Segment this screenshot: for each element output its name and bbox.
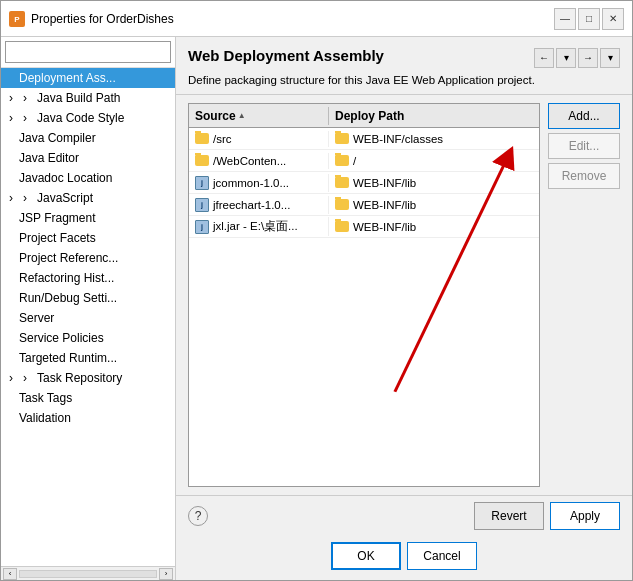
sidebar-item-3[interactable]: Java Compiler (1, 128, 175, 148)
scroll-track[interactable] (19, 570, 157, 578)
title-bar: P Properties for OrderDishes — □ ✕ (1, 1, 632, 37)
table-row[interactable]: /WebConten.../ (189, 150, 539, 172)
sidebar-item-13[interactable]: Service Policies (1, 328, 175, 348)
deploy-folder-icon (335, 177, 349, 188)
sidebar-item-label-6: JavaScript (37, 191, 93, 205)
window-controls: — □ ✕ (554, 8, 624, 30)
add-button[interactable]: Add... (548, 103, 620, 129)
revert-button[interactable]: Revert (474, 502, 544, 530)
jar-icon: j (195, 220, 209, 234)
expand-arrow-icon: › (23, 191, 33, 205)
sidebar-item-label-0: Deployment Ass... (19, 71, 116, 85)
nav-back-btn[interactable]: ← (534, 48, 554, 68)
sidebar-item-label-11: Run/Debug Setti... (19, 291, 117, 305)
scroll-right-btn[interactable]: › (159, 568, 173, 580)
deploy-folder-icon (335, 155, 349, 166)
deploy-text: WEB-INF/lib (353, 199, 416, 211)
source-text: /src (213, 133, 232, 145)
sidebar-item-16[interactable]: Task Tags (1, 388, 175, 408)
help-button[interactable]: ? (188, 506, 208, 526)
dialog-icon: P (9, 11, 25, 27)
source-cell-0: /src (189, 131, 329, 147)
search-box (1, 37, 175, 68)
deploy-cell-4: WEB-INF/lib (329, 219, 539, 235)
right-panel: Web Deployment Assembly ← ▾ → ▾ Define p… (176, 37, 632, 580)
minimize-button[interactable]: — (554, 8, 576, 30)
sidebar-item-7[interactable]: JSP Fragment (1, 208, 175, 228)
sidebar-item-10[interactable]: Refactoring Hist... (1, 268, 175, 288)
expand-arrow-icon: › (23, 371, 33, 385)
sidebar-item-6[interactable]: ›JavaScript (1, 188, 175, 208)
search-input[interactable] (5, 41, 171, 63)
left-panel: Deployment Ass...›Java Build Path›Java C… (1, 37, 176, 580)
source-text: jfreechart-1.0... (213, 199, 290, 211)
sidebar-item-label-15: Task Repository (37, 371, 122, 385)
sidebar-item-15[interactable]: ›Task Repository (1, 368, 175, 388)
cancel-button[interactable]: Cancel (407, 542, 477, 570)
sidebar-item-2[interactable]: ›Java Code Style (1, 108, 175, 128)
table-row[interactable]: /srcWEB-INF/classes (189, 128, 539, 150)
deploy-text: WEB-INF/lib (353, 221, 416, 233)
sidebar-item-label-10: Refactoring Hist... (19, 271, 114, 285)
deploy-cell-0: WEB-INF/classes (329, 131, 539, 147)
deploy-folder-icon (335, 199, 349, 210)
sidebar-item-17[interactable]: Validation (1, 408, 175, 428)
source-text: /WebConten... (213, 155, 286, 167)
table-row[interactable]: jjcommon-1.0...WEB-INF/lib (189, 172, 539, 194)
panel-title: Web Deployment Assembly (188, 47, 384, 64)
deploy-folder-icon (335, 221, 349, 232)
sidebar-item-11[interactable]: Run/Debug Setti... (1, 288, 175, 308)
table-body: /srcWEB-INF/classes/WebConten.../jjcommo… (189, 128, 539, 486)
sidebar-item-label-7: JSP Fragment (19, 211, 95, 225)
deploy-cell-1: / (329, 153, 539, 169)
nav-dropdown-btn[interactable]: ▾ (556, 48, 576, 68)
table-header: Source ▲ Deploy Path (189, 104, 539, 128)
source-text: jcommon-1.0... (213, 177, 289, 189)
sidebar-item-label-2: Java Code Style (37, 111, 124, 125)
maximize-button[interactable]: □ (578, 8, 600, 30)
right-header: Web Deployment Assembly ← ▾ → ▾ Define p… (176, 37, 632, 95)
deploy-cell-3: WEB-INF/lib (329, 197, 539, 213)
sidebar-item-14[interactable]: Targeted Runtim... (1, 348, 175, 368)
close-button[interactable]: ✕ (602, 8, 624, 30)
sidebar-item-5[interactable]: Javadoc Location (1, 168, 175, 188)
source-cell-2: jjcommon-1.0... (189, 174, 329, 192)
sidebar-item-label-14: Targeted Runtim... (19, 351, 117, 365)
nav-dropdown2-btn[interactable]: ▾ (600, 48, 620, 68)
sidebar-item-8[interactable]: Project Facets (1, 228, 175, 248)
sidebar-item-0[interactable]: Deployment Ass... (1, 68, 175, 88)
deploy-cell-2: WEB-INF/lib (329, 175, 539, 191)
sort-icon: ▲ (238, 111, 246, 120)
apply-button[interactable]: Apply (550, 502, 620, 530)
table-row[interactable]: jjxl.jar - E:\桌面...WEB-INF/lib (189, 216, 539, 238)
deploy-folder-icon (335, 133, 349, 144)
panel-description: Define packaging structure for this Java… (188, 72, 620, 88)
sidebar-item-label-13: Service Policies (19, 331, 104, 345)
nav-forward-btn[interactable]: → (578, 48, 598, 68)
edit-button[interactable]: Edit... (548, 133, 620, 159)
ok-button[interactable]: OK (331, 542, 401, 570)
table-row[interactable]: jjfreechart-1.0...WEB-INF/lib (189, 194, 539, 216)
action-buttons: Add... Edit... Remove (548, 103, 620, 487)
sidebar-item-label-9: Project Referenc... (19, 251, 118, 265)
source-cell-1: /WebConten... (189, 153, 329, 169)
content-area: Deployment Ass...›Java Build Path›Java C… (1, 37, 632, 580)
sidebar-item-label-4: Java Editor (19, 151, 79, 165)
col-source-header: Source ▲ (189, 107, 329, 125)
properties-dialog: P Properties for OrderDishes — □ ✕ Deplo… (0, 0, 633, 581)
jar-icon: j (195, 176, 209, 190)
sidebar-item-12[interactable]: Server (1, 308, 175, 328)
horizontal-scrollbar[interactable]: ‹ › (1, 566, 175, 580)
sidebar-item-1[interactable]: ›Java Build Path (1, 88, 175, 108)
folder-icon (195, 133, 209, 144)
deployment-table: Source ▲ Deploy Path /srcWEB-INF/classes… (188, 103, 540, 487)
main-content: Source ▲ Deploy Path /srcWEB-INF/classes… (176, 95, 632, 495)
sidebar-item-4[interactable]: Java Editor (1, 148, 175, 168)
scroll-left-btn[interactable]: ‹ (3, 568, 17, 580)
remove-button[interactable]: Remove (548, 163, 620, 189)
sidebar-item-9[interactable]: Project Referenc... (1, 248, 175, 268)
deploy-text: WEB-INF/lib (353, 177, 416, 189)
sidebar-item-label-8: Project Facets (19, 231, 96, 245)
col-deploy-header: Deploy Path (329, 107, 539, 125)
footer-left: ? (188, 506, 468, 526)
